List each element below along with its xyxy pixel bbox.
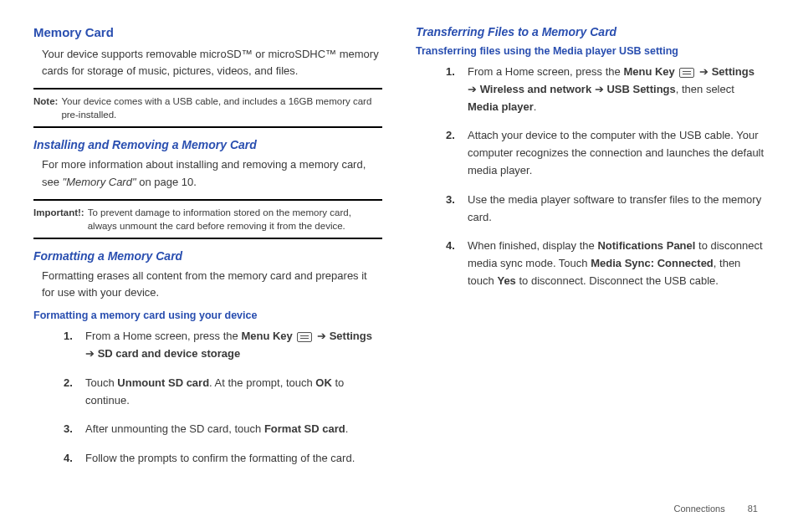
steps-transferring: From a Home screen, press the Menu Key ➔…	[446, 64, 765, 290]
cross-ref: "Memory Card"	[63, 176, 136, 188]
left-column: Memory Card Your device supports removab…	[33, 25, 382, 479]
heading-transferring: Transferring Files to a Memory Card	[416, 25, 765, 38]
step-1: From a Home screen, press the Menu Key ➔…	[64, 328, 382, 363]
step-2: Touch Unmount SD card. At the prompt, to…	[64, 375, 382, 410]
note-text: Your device comes with a USB cable, and …	[61, 95, 382, 121]
menu-key-label: Menu Key	[623, 65, 674, 78]
arrow-icon: ➔	[85, 347, 98, 360]
right-column: Transferring Files to a Memory Card Tran…	[416, 25, 765, 479]
ok-label: OK	[315, 376, 332, 389]
menu-key-icon	[297, 332, 312, 342]
page-number: 81	[748, 504, 758, 514]
text: on page 10.	[136, 176, 197, 188]
text: Touch	[85, 376, 117, 389]
usb-settings-label: USB Settings	[606, 83, 675, 95]
unmount-label: Unmount SD card	[117, 376, 209, 389]
text: When finished, display the	[468, 239, 597, 252]
settings-label: Settings	[330, 330, 372, 342]
arrow-icon: ➔	[468, 83, 480, 95]
subheading-usb-setting: Transferring files using the Media playe…	[416, 45, 765, 57]
steps-formatting: From a Home screen, press the Menu Key ➔…	[64, 328, 382, 468]
media-sync-label: Media Sync: Connected	[591, 257, 714, 269]
para-formatting: Formatting erases all content from the m…	[42, 268, 382, 301]
page-footer: Connections 81	[674, 504, 758, 514]
text: From a Home screen, press the	[85, 330, 241, 342]
wireless-label: Wireless and network	[480, 83, 592, 95]
para-installing: For more information about installing an…	[42, 156, 382, 190]
menu-key-label: Menu Key	[241, 330, 292, 342]
settings-label: Settings	[712, 65, 755, 78]
heading-installing: Installing and Removing a Memory Card	[33, 138, 382, 151]
text: to disconnect. Disconnect the USB cable.	[516, 274, 719, 287]
page-columns: Memory Card Your device supports removab…	[33, 25, 765, 479]
text: . At the prompt, touch	[209, 376, 315, 389]
sd-storage-label: SD card and device storage	[98, 347, 241, 360]
step-3: After unmounting the SD card, touch Form…	[64, 421, 382, 438]
important-label: Important!:	[33, 206, 88, 233]
footer-section: Connections	[674, 504, 725, 514]
text: .	[534, 100, 537, 113]
text: .	[345, 422, 349, 435]
text: , then select	[676, 83, 734, 95]
note-box: Note: Your device comes with a USB cable…	[33, 88, 382, 128]
yes-label: Yes	[497, 274, 515, 287]
heading-formatting: Formatting a Memory Card	[33, 249, 382, 263]
arrow-icon: ➔	[696, 65, 711, 78]
step-4: Follow the prompts to confirm the format…	[64, 450, 382, 468]
step-3: Use the media player software to transfe…	[446, 192, 765, 227]
notifications-panel-label: Notifications Panel	[597, 239, 695, 252]
menu-key-icon	[679, 68, 694, 78]
text: After unmounting the SD card, touch	[85, 422, 264, 435]
note-label: Note:	[33, 95, 61, 121]
text: Use the media player software to transfe…	[468, 193, 761, 223]
important-box: Important!: To prevent damage to informa…	[33, 199, 382, 239]
arrow-icon: ➔	[314, 330, 329, 342]
format-label: Format SD card	[264, 422, 345, 435]
arrow-icon: ➔	[591, 83, 606, 95]
text: From a Home screen, press the	[468, 65, 623, 78]
step-2: Attach your device to the computer with …	[446, 127, 765, 179]
text: Follow the prompts to confirm the format…	[85, 452, 355, 464]
text: Attach your device to the computer with …	[468, 129, 764, 176]
subheading-formatting-device: Formatting a memory card using your devi…	[33, 309, 382, 321]
step-1: From a Home screen, press the Menu Key ➔…	[446, 64, 765, 115]
important-text: To prevent damage to information stored …	[88, 206, 382, 233]
step-4: When finished, display the Notifications…	[446, 238, 765, 289]
media-player-label: Media player	[468, 100, 534, 113]
heading-memory-card: Memory Card	[33, 25, 382, 39]
intro-paragraph: Your device supports removable microSD™ …	[42, 46, 382, 79]
